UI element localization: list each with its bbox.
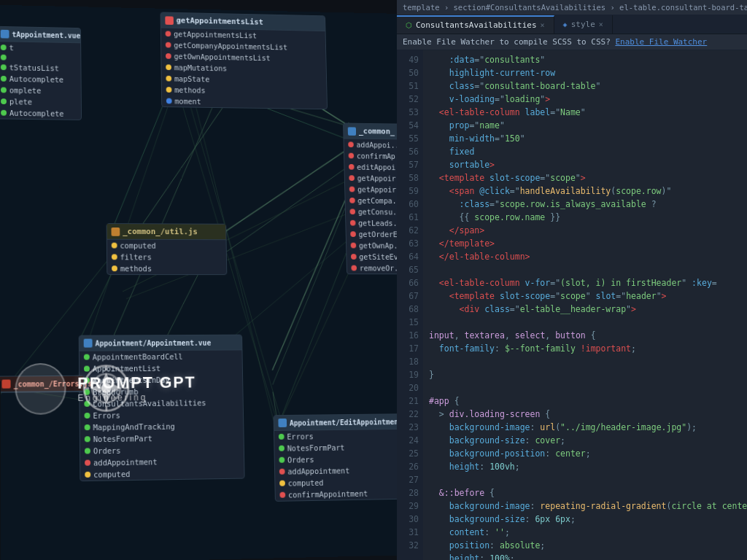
brand-subtitle: Engineering [77,392,196,403]
node-utils-title: _common_/util.js [123,227,198,236]
node-row: AppointmentBoardCell [80,350,242,362]
node-top[interactable]: getAppointmentsList getAppointmentsList … [160,12,328,109]
tab-label-consultants: ConsultantsAvailabilities [416,20,537,30]
node-row: omplete [0,84,81,96]
breadcrumb-text: template › section#ConsultantsAvailabili… [403,3,747,12]
node-row: Autocomplete [0,107,81,120]
notify-link[interactable]: Enable File Watcher [615,37,707,47]
svg-line-5 [268,192,356,384]
breadcrumb-bar: template › section#ConsultantsAvailabili… [397,0,747,15]
logo-icon [15,363,66,415]
node-utils[interactable]: _common_/util.js computed filters method… [107,223,228,275]
css-file-icon: ◈ [563,20,568,28]
node-row: confirmAppointment [276,487,414,501]
node-row: methods [107,262,226,274]
tab-style[interactable]: ◈ style × [554,15,613,34]
svg-line-4 [165,270,201,338]
tab-consultants[interactable]: ⬡ ConsultantsAvailabilities × [397,15,554,34]
node-left-partial1: tAppointment.vue t tStatusList Autocompl… [0,26,82,120]
node-row: computed [107,240,226,252]
tab-close-consultants[interactable]: × [541,21,545,29]
node-common-title: _common_ [359,127,395,136]
svg-line-14 [113,88,171,224]
node-row: Autocomplete [0,73,81,85]
svg-line-23 [268,185,355,370]
svg-line-0 [142,92,235,224]
tab-bar[interactable]: ⬡ ConsultantsAvailabilities × ◈ style × [397,15,747,34]
node-top-title: getAppointmentsList [177,16,263,27]
node-edit-appointment[interactable]: Appointment/EditAppointment.vue Errors N… [274,413,415,502]
node-row: filters [107,251,226,262]
code-editor: template › section#ConsultantsAvailabili… [397,0,747,560]
code-area[interactable]: 4950515253 5455565758 5960616263 6465666… [397,50,747,560]
brand-text-container: PROMPT GPT Engineering [77,373,196,403]
svg-line-2 [110,92,223,339]
code-content[interactable]: :data="consultants" highlight-current-ro… [423,50,747,560]
notify-text: Enable File Watcher to compile SCSS to C… [403,37,611,47]
vue-file-icon: ⬡ [406,21,412,29]
node-row: moment [162,96,327,109]
tab-label-style: style [571,20,595,29]
node-appointment-title: Appointment/Appointment.vue [95,338,211,347]
watermark: PROMPT GPT Engineering [15,362,196,415]
brand-name: PROMPT GPT [77,373,196,393]
svg-line-6 [273,392,276,417]
graph-canvas: getAppointmentsList getAppointmentsList … [0,5,444,560]
line-numbers: 4950515253 5455565758 5960616263 6465666… [397,50,423,560]
node-row: computed [80,467,244,481]
tab-close-style[interactable]: × [599,20,603,28]
node-row: plete [0,96,81,108]
node-row: tStatusList [0,61,81,74]
notify-bar: Enable File Watcher to compile SCSS to C… [397,34,747,50]
